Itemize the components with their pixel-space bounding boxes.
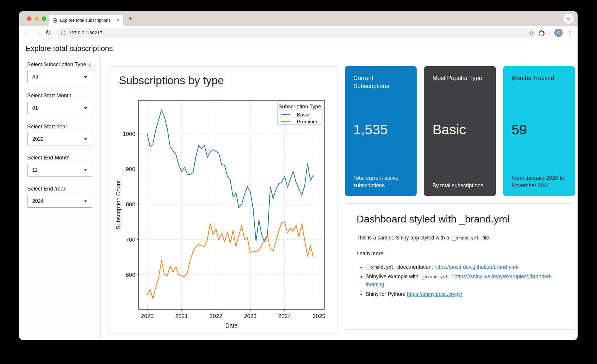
globe-favicon-icon	[52, 18, 57, 23]
external-link[interactable]: https://posit-dev.github.io/brand-yml/	[435, 264, 518, 270]
learn-more-label: Learn more:	[357, 250, 563, 258]
subscription-type-select[interactable]: All	[27, 71, 92, 83]
inline-code-chip: _brand.yml	[451, 235, 481, 241]
select-value: 2020	[32, 136, 44, 142]
chevron-down-icon	[84, 169, 87, 171]
end-month-select[interactable]: 11	[27, 164, 92, 176]
back-icon[interactable]: ←	[24, 30, 30, 36]
value-box-caption: Total current active subscriptions	[353, 174, 410, 189]
text-segment: This is a sample Shiny app styled with a	[357, 235, 451, 241]
value-box-title: Current Subscriptions	[353, 74, 408, 90]
svg-text:600: 600	[126, 272, 135, 278]
page-title: Explore total subscriptions	[19, 40, 578, 57]
value-box-value: 1,535	[353, 122, 388, 138]
svg-text:Subscription Type: Subscription Type	[279, 104, 321, 110]
screenshot-stage: Explore total subscriptions ✕ + ← → ↻	[0, 0, 597, 364]
value-box-title: Months Tracked	[512, 74, 567, 82]
select-label: Select Start Year	[27, 124, 92, 130]
control-start-month: Select Start Month 01	[27, 93, 92, 114]
select-value: 2024	[32, 198, 44, 204]
right-column: Current Subscriptions 1,535 Total curren…	[345, 66, 575, 340]
text-segment: Shinylive example with	[366, 274, 420, 279]
external-link[interactable]: https://shiny.posit.co/py/	[407, 291, 462, 297]
value-box: Most Popular Type Basic By total subscri…	[424, 66, 496, 196]
browser-window: Explore total subscriptions ✕ + ← → ↻	[19, 11, 578, 340]
svg-text:2024: 2024	[278, 313, 291, 319]
select-label: Select End Year	[27, 186, 92, 192]
info-card-intro: This is a sample Shiny app styled with a…	[357, 234, 563, 242]
value-box-value: Basic	[432, 122, 466, 138]
sidebar: Select Subscription Type All Select Star…	[19, 57, 101, 340]
svg-text:Date: Date	[225, 322, 237, 329]
select-label: Select Subscription Type	[27, 62, 92, 68]
profile-avatar[interactable]: S	[554, 29, 563, 37]
chevron-down-icon	[84, 107, 87, 109]
control-subscription-type: Select Subscription Type All	[27, 62, 92, 83]
tab-strip: Explore total subscriptions ✕ +	[19, 11, 578, 26]
subscriptions-line-chart: 2020202120222023202420256007008009001000…	[108, 67, 338, 334]
svg-text:Subscription Count: Subscription Count	[115, 180, 122, 229]
info-card-heading: Dashboard styled with _brand.yml	[357, 213, 563, 225]
svg-text:1000: 1000	[123, 131, 135, 137]
browser-tab[interactable]: Explore total subscriptions ✕	[49, 15, 123, 26]
start-month-select[interactable]: 01	[27, 102, 92, 114]
select-value: 11	[32, 167, 38, 173]
bookmark-star-icon[interactable]: ☆	[529, 30, 534, 36]
value-box-title: Most Popular Type	[432, 74, 487, 82]
svg-text:800: 800	[126, 201, 135, 208]
links-list: _brand.yml documentation: https://posit-…	[357, 263, 563, 299]
site-info-icon[interactable]	[61, 30, 66, 36]
reload-icon[interactable]: ↻	[45, 30, 51, 36]
extensions-icon[interactable]	[539, 30, 545, 36]
tab-search-button[interactable]	[564, 14, 574, 24]
select-label: Select Start Month	[27, 93, 92, 99]
select-label: Select End Month	[27, 155, 92, 161]
value-box-row: Current Subscriptions 1,535 Total curren…	[345, 66, 575, 196]
list-item: Shinylive example with _brand.yml : http…	[366, 273, 563, 289]
svg-text:2020: 2020	[141, 313, 154, 319]
close-window-button[interactable]	[27, 16, 31, 21]
svg-text:Premium: Premium	[297, 119, 317, 125]
url-text: 127.0.0.1:60217	[69, 30, 102, 36]
chevron-down-icon	[567, 18, 570, 20]
forward-icon[interactable]: →	[35, 30, 41, 36]
value-box: Current Subscriptions 1,535 Total curren…	[345, 66, 417, 196]
maximize-window-button[interactable]	[42, 16, 46, 21]
control-start-year: Select Start Year 2020	[27, 124, 92, 145]
chevron-down-icon	[84, 138, 87, 140]
chevron-left-icon	[88, 62, 91, 67]
browser-toolbar: ← → ↻ 127.0.0.1:60217 ☆ S ⋮	[19, 26, 578, 40]
control-end-year: Select End Year 2024	[27, 186, 92, 208]
text-segment: documentation:	[396, 264, 434, 270]
end-year-select[interactable]: 2024	[27, 195, 92, 208]
text-segment: :	[450, 274, 455, 279]
toolbar-divider	[550, 30, 550, 36]
text-segment: file.	[481, 235, 490, 241]
svg-text:2021: 2021	[175, 313, 188, 319]
chevron-down-icon	[84, 200, 87, 202]
start-year-select[interactable]: 2020	[27, 133, 92, 145]
chevron-down-icon	[84, 76, 87, 78]
value-box-caption: By total subscriptions	[432, 182, 489, 189]
main-content: Subscriptions by type 202020212022202320…	[101, 57, 578, 340]
value-box: Months Tracked 59 From January 2020 to N…	[503, 66, 575, 196]
tab-close-icon[interactable]: ✕	[116, 18, 120, 22]
svg-text:900: 900	[126, 166, 135, 172]
list-item: Shiny for Python: https://shiny.posit.co…	[366, 290, 563, 298]
tab-title: Explore total subscriptions	[60, 18, 113, 23]
svg-text:2022: 2022	[210, 313, 222, 319]
control-end-month: Select End Month 11	[27, 155, 92, 176]
window-controls	[27, 16, 46, 21]
svg-text:Basic: Basic	[297, 112, 309, 118]
url-bar[interactable]: 127.0.0.1:60217	[56, 28, 537, 38]
text-segment: Shiny for Python:	[366, 291, 407, 297]
sidebar-collapse-button[interactable]	[88, 62, 91, 69]
minimize-window-button[interactable]	[34, 16, 39, 21]
menu-kebab-icon[interactable]: ⋮	[567, 30, 573, 36]
info-card: Dashboard styled with _brand.yml This is…	[345, 203, 575, 330]
select-value: 01	[32, 105, 38, 111]
new-tab-button[interactable]: +	[128, 16, 132, 22]
value-box-caption: From January 2020 to November 2024	[512, 174, 568, 189]
inline-code-chip: _brand.yml	[420, 274, 450, 280]
svg-text:700: 700	[126, 236, 135, 243]
